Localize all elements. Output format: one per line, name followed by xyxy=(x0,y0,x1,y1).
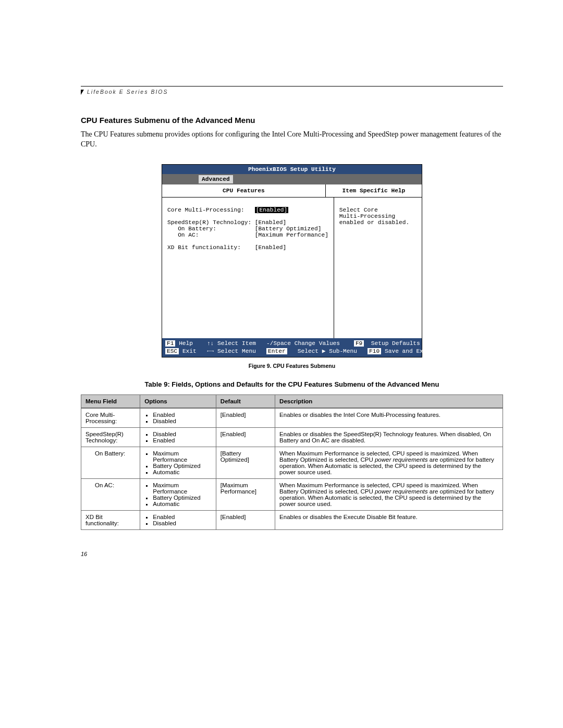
option-item: Maximum Performance xyxy=(153,482,212,495)
bios-footer: F1 Help ↑↓ Select Item -/Space Change Va… xyxy=(162,338,422,357)
option-item: Enabled xyxy=(153,412,212,418)
bios-right-title: Item Specific Help xyxy=(326,184,422,198)
table-row: On AC:Maximum PerformanceBattery Optimiz… xyxy=(81,479,503,511)
option-item: Automatic xyxy=(153,501,212,507)
bios-help-text: Select Core Multi-Processing enabled or … xyxy=(339,207,409,226)
cell-description: Enables or disables the Execute Disable … xyxy=(275,511,503,530)
option-item: Battery Optimized xyxy=(153,495,212,501)
option-item: Maximum Performance xyxy=(153,450,212,463)
cell-options: Maximum PerformanceBattery OptimizedAuto… xyxy=(140,447,216,479)
cell-menu-field: Core Multi-Processing: xyxy=(81,408,140,428)
cell-default: [Maximum Performance] xyxy=(216,479,275,511)
table-row: XD Bit functionality:EnabledDisabled[Ena… xyxy=(81,511,503,530)
cell-options: Maximum PerformanceBattery OptimizedAuto… xyxy=(140,479,216,511)
bios-titlebar: PhoenixBIOS Setup Utility xyxy=(162,165,422,174)
th-description: Description xyxy=(275,395,503,409)
setting-on-ac[interactable]: On AC: [Maximum Performance] xyxy=(167,232,328,238)
cell-default: [Battery Optimized] xyxy=(216,447,275,479)
cell-description: When Maximum Performance is selected, CP… xyxy=(275,479,503,511)
option-item: Disabled xyxy=(153,431,212,437)
section-title: CPU Features Submenu of the Advanced Men… xyxy=(81,116,503,125)
option-item: Automatic xyxy=(153,469,212,475)
table-header-row: Menu Field Options Default Description xyxy=(81,395,503,409)
cell-menu-field: On AC: xyxy=(81,479,140,511)
cell-default: [Enabled] xyxy=(216,511,275,530)
cell-default: [Enabled] xyxy=(216,428,275,447)
setting-xd-bit[interactable]: XD Bit functionality: [Enabled] xyxy=(167,244,286,251)
table-row: On Battery:Maximum PerformanceBattery Op… xyxy=(81,447,503,479)
option-item: Enabled xyxy=(153,437,212,443)
header-label-row: LifeBook E Series BIOS xyxy=(81,89,503,95)
page-number: 16 xyxy=(81,551,503,557)
table-row: Core Multi-Processing:EnabledDisabled[En… xyxy=(81,408,503,428)
cell-options: DisabledEnabled xyxy=(140,428,216,447)
setting-on-battery[interactable]: On Battery: [Battery Optimized] xyxy=(167,226,321,232)
figure-caption: Figure 9. CPU Features Submenu xyxy=(81,363,503,369)
cell-options: EnabledDisabled xyxy=(140,511,216,530)
th-menu-field: Menu Field xyxy=(81,395,140,409)
option-item: Battery Optimized xyxy=(153,463,212,469)
fields-table: Menu Field Options Default Description C… xyxy=(81,394,503,530)
bios-tab-advanced[interactable]: Advanced xyxy=(199,175,233,183)
header-wedge-icon xyxy=(81,90,84,95)
cell-description: Enables or disables the SpeedStep(R) Tec… xyxy=(275,428,503,447)
option-item: Disabled xyxy=(153,520,212,526)
th-options: Options xyxy=(140,395,216,409)
table-title: Table 9: Fields, Options and Defaults fo… xyxy=(81,380,503,388)
bios-help-panel: Select Core Multi-Processing enabled or … xyxy=(334,198,422,338)
setting-speedstep[interactable]: SpeedStep(R) Technology: [Enabled] xyxy=(167,219,286,226)
cell-options: EnabledDisabled xyxy=(140,408,216,428)
bios-frame: PhoenixBIOS Setup Utility Advanced CPU F… xyxy=(162,164,422,357)
option-item: Enabled xyxy=(153,514,212,520)
cell-menu-field: On Battery: xyxy=(81,447,140,479)
cell-description: Enables or disables the Intel Core Multi… xyxy=(275,408,503,428)
cell-menu-field: XD Bit functionality: xyxy=(81,511,140,530)
bios-subtitle-row: CPU Features Item Specific Help xyxy=(162,184,422,198)
option-item: Disabled xyxy=(153,418,212,424)
setting-core-multi[interactable]: Core Multi-Processing: [Enabled] xyxy=(167,207,288,213)
th-default: Default xyxy=(216,395,275,409)
cell-description: When Maximum Performance is selected, CP… xyxy=(275,447,503,479)
table-row: SpeedStep(R) Technology:DisabledEnabled[… xyxy=(81,428,503,447)
cell-default: [Enabled] xyxy=(216,408,275,428)
section-body: The CPU Features submenu provides option… xyxy=(81,130,503,150)
bios-left-title: CPU Features xyxy=(162,184,326,198)
bios-tabbar: Advanced xyxy=(162,174,422,184)
header-rule xyxy=(81,86,503,87)
header-product-line: LifeBook E Series BIOS xyxy=(87,89,168,95)
bios-settings-panel: Core Multi-Processing: [Enabled] SpeedSt… xyxy=(162,198,334,338)
cell-menu-field: SpeedStep(R) Technology: xyxy=(81,428,140,447)
